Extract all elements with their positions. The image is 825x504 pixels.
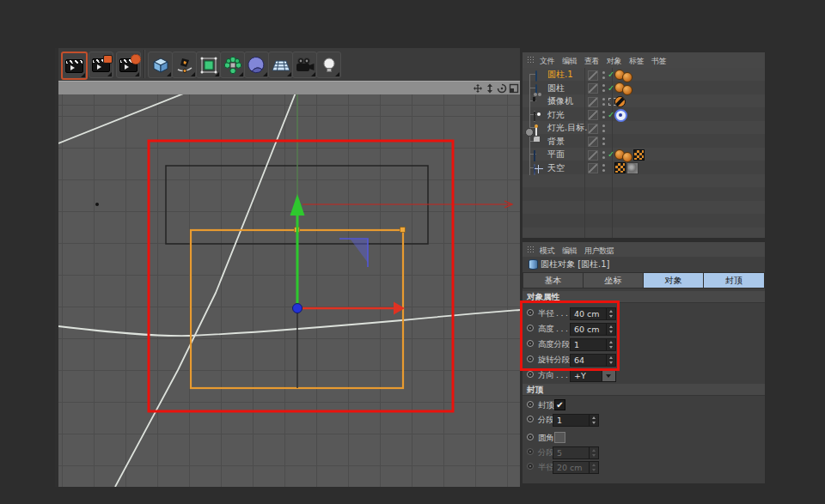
floor-icon — [271, 56, 291, 75]
om-menu-object[interactable]: 对象 — [607, 56, 621, 67]
add-cube-button[interactable] — [148, 52, 173, 78]
om-menu-tags[interactable]: 标签 — [629, 56, 644, 67]
spinner[interactable] — [589, 415, 598, 426]
sky-edge-lines — [58, 94, 520, 487]
render-view-button[interactable] — [61, 52, 88, 80]
fillet-radius-input: 20 cm — [553, 461, 599, 474]
object-row-camera[interactable]: 摄像机 — [522, 94, 765, 108]
section-caps: 封顶 — [522, 384, 765, 396]
target-tag-icon[interactable] — [614, 109, 627, 122]
keyframe-dot[interactable] — [527, 434, 534, 440]
axis-gizmo[interactable] — [290, 94, 406, 388]
object-row-light[interactable]: 灯光 — [522, 108, 765, 122]
keyframe-dot[interactable] — [527, 371, 534, 378]
attr-row-fillet: 圆角 — [522, 431, 765, 445]
spline-pen-button[interactable] — [172, 52, 197, 78]
visibility-dots[interactable] — [602, 124, 605, 127]
texture-tag-icon[interactable] — [626, 162, 639, 174]
visibility-dots[interactable] — [602, 71, 605, 74]
keyframe-dot[interactable] — [527, 416, 534, 422]
caps-checkbox[interactable] — [554, 399, 565, 410]
environment-icon — [248, 56, 266, 75]
floor-button[interactable] — [268, 52, 293, 78]
world-x-axis — [302, 201, 512, 208]
layer-chip[interactable] — [588, 150, 598, 161]
compositing-tag-icon[interactable] — [633, 149, 645, 161]
object-row-sky[interactable]: 天空 — [522, 161, 765, 175]
layer-chip[interactable] — [588, 97, 598, 107]
cylinder-icon — [535, 70, 537, 82]
object-row-cylinder1[interactable]: 圆柱.1 — [522, 68, 765, 82]
om-menu-edit[interactable]: 编辑 — [562, 56, 577, 67]
visibility-dots[interactable] — [602, 151, 605, 154]
main-toolbar — [58, 48, 520, 82]
visibility-dots[interactable] — [602, 98, 605, 100]
am-menu-userdata[interactable]: 用户数据 — [584, 246, 614, 257]
visibility-dots[interactable] — [602, 137, 605, 140]
viewport-canvas[interactable] — [58, 94, 520, 487]
cube-icon — [151, 56, 170, 75]
protection-tag-icon[interactable] — [614, 96, 626, 107]
toggle-layout-icon[interactable] — [509, 83, 519, 94]
tab-basic[interactable]: 基本 — [523, 273, 583, 288]
camera-button[interactable] — [292, 52, 317, 78]
om-menu-bookmark[interactable]: 书签 — [651, 56, 666, 67]
attr-row-fillet-segments: 分段 5 — [522, 446, 765, 459]
panel-grip-icon[interactable] — [527, 246, 535, 253]
tab-object[interactable]: 对象 — [644, 273, 703, 288]
attribute-manager-menubar: 模式 编辑 用户数据 — [522, 242, 765, 258]
y-axis-arrow[interactable] — [290, 194, 305, 216]
compositing-tag-icon[interactable] — [614, 162, 626, 173]
origin-handle[interactable] — [293, 304, 302, 313]
layer-chip[interactable] — [588, 137, 598, 147]
om-menu-file[interactable]: 文件 — [540, 56, 554, 67]
annotation-box-attributes — [520, 301, 620, 371]
rotate-icon[interactable] — [497, 83, 507, 94]
panel-grip-icon[interactable] — [527, 56, 535, 64]
visibility-dots[interactable] — [602, 111, 605, 113]
cinema4d-window: 文件 编辑 查看 对象 标签 书签 圆柱.1 圆柱 摄像机 — [0, 0, 825, 504]
am-menu-mode[interactable]: 模式 — [540, 246, 554, 257]
render-settings-icon — [119, 58, 138, 72]
annotation-box-viewport — [149, 141, 453, 411]
om-menu-view[interactable]: 查看 — [584, 56, 599, 67]
camera-icon — [295, 56, 315, 75]
layer-chip[interactable] — [588, 83, 598, 94]
attribute-title-row: 圆柱对象 [圆柱.1] — [522, 257, 765, 273]
layer-chip[interactable] — [588, 124, 598, 134]
spinner — [589, 447, 598, 458]
render-settings-button[interactable] — [116, 52, 141, 78]
pan-icon[interactable] — [473, 83, 483, 94]
light-button[interactable] — [316, 52, 341, 78]
object-row-plane[interactable]: 平面 — [522, 148, 765, 161]
tab-coordinates[interactable]: 坐标 — [584, 273, 643, 288]
object-row-background[interactable]: 背景 — [522, 135, 765, 149]
subdivision-surface-button[interactable] — [196, 52, 221, 78]
fillet-segments-input: 5 — [553, 446, 599, 459]
object-row-cylinder[interactable]: 圆柱 — [522, 82, 765, 95]
visibility-dots[interactable] — [602, 84, 605, 87]
attribute-title: 圆柱对象 [圆柱.1] — [541, 257, 610, 272]
fillet-checkbox[interactable] — [554, 432, 565, 443]
dropdown-arrow-icon[interactable] — [602, 370, 615, 381]
am-menu-edit[interactable]: 编辑 — [562, 246, 577, 257]
environment-button[interactable] — [244, 52, 269, 78]
caps-segments-input[interactable]: 1 — [553, 414, 599, 427]
keyframe-dot — [527, 448, 534, 455]
spinner — [589, 462, 598, 473]
light-target-shape — [339, 239, 368, 267]
sky-icon — [534, 164, 535, 175]
dolly-icon[interactable] — [485, 83, 495, 94]
toolbar-separator — [144, 50, 144, 78]
keyframe-dot[interactable] — [527, 401, 534, 408]
visibility-dots[interactable] — [602, 164, 605, 167]
layer-chip[interactable] — [588, 163, 598, 173]
layer-chip[interactable] — [588, 70, 598, 81]
object-row-light-target[interactable]: 灯光.目标.1 — [522, 121, 765, 135]
tab-caps[interactable]: 封顶 — [704, 273, 764, 288]
keyframe-dot — [527, 463, 534, 470]
deformer-button[interactable] — [220, 52, 245, 78]
cylinder-icon — [529, 259, 538, 270]
layer-chip[interactable] — [588, 110, 598, 120]
render-picture-viewer-button[interactable] — [89, 52, 113, 78]
